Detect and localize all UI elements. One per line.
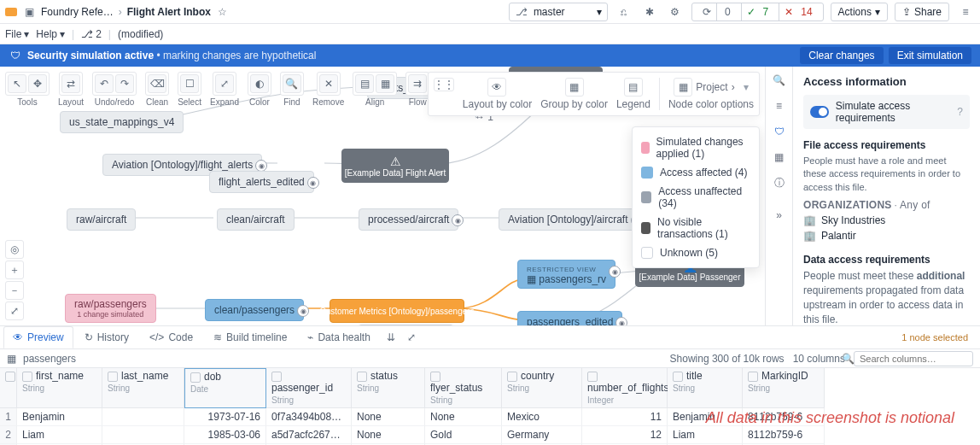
col-header-dob[interactable]: dobDate bbox=[184, 368, 266, 408]
settings-icon[interactable]: ⚙ bbox=[666, 3, 685, 21]
node-raw-aircraft[interactable]: raw/aircraft bbox=[67, 208, 136, 231]
exit-simulation-button[interactable]: Exit simulation bbox=[889, 47, 971, 64]
cell-last_name[interactable] bbox=[102, 408, 184, 426]
locate-icon[interactable]: ◎ bbox=[5, 240, 24, 259]
tab-code[interactable]: </>Code bbox=[140, 326, 202, 348]
col-header-number_of_flights[interactable]: number_of_flightsInteger bbox=[582, 368, 668, 408]
eye-icon[interactable]: ◉ bbox=[255, 160, 267, 172]
gear-icon[interactable]: ✱ bbox=[640, 3, 659, 21]
node-processed-aircraft[interactable]: processed/aircraft◉ bbox=[359, 208, 458, 231]
legend-item[interactable]: Access unaffected (34) bbox=[633, 182, 759, 213]
branch-selector[interactable]: ⎇ master ▾ bbox=[509, 3, 608, 21]
drag-icon[interactable]: ⋮⋮ bbox=[434, 78, 454, 91]
cell-first_name[interactable]: Liam bbox=[17, 426, 102, 444]
tab-history[interactable]: ↻History bbox=[75, 326, 138, 348]
node-raw-passengers[interactable]: raw/passengers1 change simulated bbox=[65, 294, 156, 323]
tab-health[interactable]: ⌁Data health bbox=[298, 326, 379, 348]
col-header-status[interactable]: statusString bbox=[352, 368, 425, 408]
file-menu[interactable]: File ▾ bbox=[5, 28, 29, 40]
schedule-icon[interactable]: ▦ bbox=[771, 149, 788, 166]
undoredo-button[interactable]: ↶ bbox=[95, 74, 114, 93]
align-button[interactable]: ▦ bbox=[376, 74, 394, 93]
list-icon[interactable]: ≡ bbox=[771, 97, 788, 114]
toggle-switch-icon[interactable] bbox=[810, 106, 829, 118]
col-header-flyer_status[interactable]: flyer_statusString bbox=[425, 368, 502, 408]
tools-button[interactable]: ✥ bbox=[28, 74, 47, 93]
edit-markings-button[interactable]: ✎Edit markings bbox=[359, 325, 453, 325]
col-header-MarkingID[interactable]: MarkingIDString bbox=[743, 368, 825, 408]
cell-status[interactable]: None bbox=[352, 408, 425, 426]
expand-down-icon[interactable]: ⇊ bbox=[382, 328, 400, 347]
node-passengers-rv[interactable]: RESTRICTED VIEW ▦ passengers_rv ◉ bbox=[517, 260, 615, 289]
info-icon[interactable]: ⓘ bbox=[771, 174, 788, 191]
help-menu[interactable]: Help ▾ bbox=[36, 28, 65, 40]
node-flight-alerts-edited[interactable]: flight_alerts_edited◉ bbox=[209, 171, 314, 193]
cell-last_name[interactable] bbox=[102, 426, 184, 444]
find-button[interactable]: 🔍 bbox=[283, 74, 301, 93]
clear-changes-button[interactable]: Clear changes bbox=[800, 47, 883, 64]
cell-nof[interactable]: 12 bbox=[582, 426, 668, 444]
color-button[interactable]: ◐ bbox=[250, 74, 269, 93]
cell-flyer_status[interactable]: None bbox=[425, 408, 502, 426]
cell-first_name[interactable]: Benjamin bbox=[17, 408, 102, 426]
legend-item[interactable]: Unknown (5) bbox=[633, 243, 759, 262]
expand-button[interactable]: ⤢ bbox=[215, 74, 234, 93]
search-icon[interactable]: 🔍 bbox=[771, 72, 788, 89]
node-us-state-mappings[interactable]: us_state_mappings_v4 bbox=[60, 111, 184, 133]
shield-icon[interactable]: 🛡 bbox=[771, 123, 788, 140]
legend-item[interactable]: Simulated changes applied (1) bbox=[633, 132, 759, 163]
help-icon[interactable]: ? bbox=[957, 106, 963, 118]
legend-item[interactable]: Access affected (4) bbox=[633, 163, 759, 182]
git-branch-icon[interactable]: ⎌ bbox=[615, 3, 633, 21]
node-aviation-aircraft[interactable]: Aviation [Ontology]/aircraft◉ bbox=[499, 208, 638, 231]
cell-mid[interactable]: 8112b759-6 bbox=[743, 408, 825, 426]
crumb-root[interactable]: Foundry Refe… bbox=[41, 6, 114, 18]
node-passengers-edited[interactable]: passengers_edited◉ bbox=[517, 311, 622, 325]
align-button[interactable]: ▤ bbox=[355, 74, 374, 93]
crumb-leaf[interactable]: Flight Alert Inbox bbox=[127, 6, 211, 18]
collapse-icon[interactable]: » bbox=[771, 207, 788, 224]
eye-icon[interactable]: ◉ bbox=[307, 177, 319, 189]
build-stats[interactable]: ⟳0 ✓ 7 ✕ 14 bbox=[691, 3, 824, 21]
node-customer-metrics[interactable]: Customer Metrics [Ontology]/passengers bbox=[330, 299, 464, 323]
col-header-country[interactable]: countryString bbox=[502, 368, 582, 408]
cell-country[interactable]: Mexico bbox=[502, 408, 582, 426]
cell-nof[interactable]: 11 bbox=[582, 408, 668, 426]
cell-flyer_status[interactable]: Gold bbox=[425, 426, 502, 444]
simulate-toggle[interactable]: Simulate access requirements ? bbox=[803, 95, 970, 129]
layout-option-icon[interactable]: ▤ bbox=[624, 78, 643, 97]
zoom-in-icon[interactable]: ＋ bbox=[5, 261, 24, 279]
cell-mid[interactable]: 8112b759-6 bbox=[743, 426, 825, 444]
chevron-down-icon[interactable]: ⤢ bbox=[402, 328, 421, 347]
node-clean-aircraft[interactable]: clean/aircraft bbox=[217, 208, 295, 231]
cell-dob[interactable]: 1973-07-16 bbox=[184, 408, 266, 426]
row-number[interactable]: 1 bbox=[0, 408, 17, 426]
eye-icon[interactable]: ◉ bbox=[615, 317, 627, 325]
cell-passenger_id[interactable]: 0f7a3494b080426ca95bb6c bbox=[266, 408, 352, 426]
fit-icon[interactable]: ⤢ bbox=[5, 302, 24, 320]
col-header-passenger_id[interactable]: passenger_idString bbox=[266, 368, 352, 408]
node-clean-passengers[interactable]: clean/passengers◉ bbox=[205, 299, 304, 321]
share-button[interactable]: ⇪Share bbox=[895, 3, 949, 21]
cell-title[interactable]: Liam bbox=[668, 426, 743, 444]
project-label[interactable]: Project bbox=[696, 81, 727, 93]
node-example-flight-alert[interactable]: ⚠[Example Data] Flight Alert bbox=[341, 149, 449, 183]
cell-passenger_id[interactable]: a5d7acfc267b48cd89aa92d bbox=[266, 426, 352, 444]
cell-country[interactable]: Germany bbox=[502, 426, 582, 444]
tools-button[interactable]: ↖ bbox=[8, 74, 26, 93]
actions-menu[interactable]: Actions ▾ bbox=[831, 3, 888, 21]
zoom-out-icon[interactable]: － bbox=[5, 281, 24, 300]
tab-build[interactable]: ≋Build timeline bbox=[204, 326, 296, 348]
remove-button[interactable]: ✕ bbox=[319, 74, 338, 93]
layout-option-icon[interactable]: 👁 bbox=[487, 78, 506, 97]
flow-button[interactable]: ⇉ bbox=[408, 74, 427, 93]
cell-status[interactable]: None bbox=[352, 426, 425, 444]
tab-preview[interactable]: 👁Preview bbox=[3, 326, 73, 348]
col-header-last_name[interactable]: last_nameString bbox=[102, 368, 184, 408]
col-header-title[interactable]: titleString bbox=[668, 368, 743, 408]
row-number[interactable]: 2 bbox=[0, 426, 17, 444]
clean-button[interactable]: ⌫ bbox=[148, 74, 166, 93]
eye-icon[interactable]: ◉ bbox=[452, 214, 464, 226]
branch-count[interactable]: ⎇2 bbox=[81, 28, 102, 40]
legend-item[interactable]: No visible transactions (1) bbox=[633, 213, 759, 243]
